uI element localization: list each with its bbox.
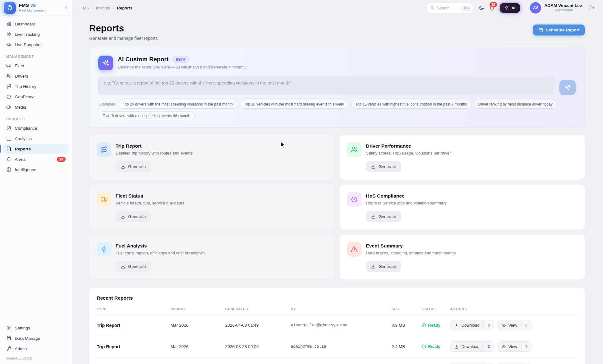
generate-button[interactable]: Generate	[366, 161, 401, 172]
view-button[interactable]: View7	[497, 341, 532, 352]
breadcrumb: FMS › Insights › Reports	[80, 6, 132, 10]
search-input[interactable]	[437, 6, 459, 10]
sidebar-item-drivers[interactable]: Drivers	[3, 71, 69, 81]
moon-icon	[479, 5, 484, 11]
example-chip[interactable]: Top 20 drivers with the most speeding vi…	[118, 100, 237, 109]
generate-button[interactable]: Generate	[116, 261, 151, 272]
page-title: Reports	[89, 23, 158, 34]
user-menu[interactable]: AV ADAM Vincent Lee Superadmin	[530, 2, 582, 14]
check-circle-icon	[421, 323, 426, 328]
ai-card-title: AI Custom Report	[118, 56, 169, 63]
generate-label: Generate	[128, 214, 146, 219]
column-header-size: SIZE	[392, 307, 421, 311]
generate-button[interactable]: Generate	[366, 211, 401, 222]
avatar: AV	[530, 2, 541, 14]
sidebar-item-fleet[interactable]: Fleet	[3, 61, 69, 71]
sparkles-icon	[504, 6, 509, 10]
map-pin-icon	[6, 32, 11, 37]
sidebar-item-analytics[interactable]: Analytics	[3, 133, 69, 144]
view-count: 7	[521, 342, 531, 351]
alerts-count-badge: 28	[57, 157, 66, 162]
ai-assistant-button[interactable]: AI	[500, 3, 520, 13]
sidebar-item-settings[interactable]: Settings	[3, 323, 69, 333]
sidebar-item-admin[interactable]: Admin	[3, 344, 69, 354]
report-card-description: Vehicle health, fuel, service due dates	[116, 201, 184, 205]
brand-tagline: Fleet Management	[19, 9, 46, 13]
table-row: Trip Report Mar 2026 2026-03-28 09:00 ad…	[97, 336, 577, 357]
download-icon	[121, 264, 125, 269]
sidebar-item-compliance[interactable]: Compliance	[3, 123, 69, 133]
logout-button[interactable]	[589, 5, 595, 11]
generate-label: Generate	[378, 164, 396, 169]
report-card-description: Safety scores, HoS usage, violations per…	[366, 151, 451, 155]
eye-icon	[502, 323, 506, 328]
generate-button[interactable]: Generate	[116, 211, 151, 222]
download-icon	[121, 214, 125, 219]
view-button[interactable]: View0	[497, 320, 532, 330]
truck-icon	[6, 63, 11, 68]
ai-custom-report-card: AI Custom Report BETA Describe the repor…	[89, 47, 585, 128]
notifications-button[interactable]: 28	[489, 5, 495, 11]
report-card-trip-report: Trip Report Detailed trip history with r…	[89, 135, 334, 180]
generate-button[interactable]: Generate	[366, 261, 401, 272]
breadcrumb-section[interactable]: Insights	[96, 6, 110, 10]
sidebar-header: FMS v3 Fleet Management	[0, 0, 72, 16]
example-chip[interactable]: Top 10 vehicles with the most hard braki…	[240, 100, 349, 109]
bar-chart-icon	[6, 136, 11, 141]
download-button[interactable]: Download3	[450, 341, 494, 352]
example-chip[interactable]: Top 15 vehicles with highest fuel consum…	[351, 100, 471, 109]
status-badge: Ready	[421, 344, 450, 349]
sidebar-item-media[interactable]: Media	[3, 102, 69, 112]
ai-send-button[interactable]	[559, 80, 576, 95]
status-badge: Ready	[421, 323, 450, 328]
recent-reports-card: Recent Reports TYPE PERIOD GENERATED BY …	[89, 288, 585, 364]
ai-prompt-input[interactable]	[98, 76, 554, 95]
bell-icon	[6, 157, 11, 162]
example-chip[interactable]: Driver ranking by most distance driven t…	[474, 100, 557, 109]
sidebar-item-geofence[interactable]: GeoFence	[3, 92, 69, 102]
sidebar-item-data-manage[interactable]: Data Manage	[3, 333, 69, 343]
file-text-icon	[6, 146, 11, 151]
breadcrumb-root[interactable]: FMS	[80, 6, 89, 10]
table-header: TYPE PERIOD GENERATED BY SIZE STATUS ACT…	[97, 307, 577, 315]
check-circle-icon	[421, 344, 426, 349]
beta-badge: BETA	[172, 56, 189, 63]
alert-triangle-icon	[347, 242, 361, 257]
report-card-description: Fuel consumption, efficiency and cost br…	[116, 251, 205, 255]
sidebar-item-label: Fleet	[15, 63, 24, 68]
shield-check-icon	[6, 126, 11, 131]
pentagon-icon	[6, 94, 11, 99]
users-icon	[347, 142, 361, 157]
sidebar-item-intelligence[interactable]: Intelligence	[3, 165, 69, 175]
sidebar-item-label: Dashboard	[15, 22, 35, 26]
download-button[interactable]: Download0	[450, 320, 494, 330]
sidebar-item-alerts[interactable]: Alerts28	[3, 154, 69, 164]
sidebar-item-label: Admin	[15, 346, 27, 351]
generate-button[interactable]: Generate	[116, 161, 151, 172]
schedule-report-button[interactable]: Schedule Report	[533, 24, 585, 35]
report-size: 2.4 MB	[392, 344, 421, 349]
download-button[interactable]: Download1	[450, 363, 494, 364]
send-icon	[564, 84, 571, 91]
report-card-title: Event Summary	[366, 243, 456, 249]
sidebar-section-insights: INSIGHTS	[6, 117, 66, 121]
search-icon	[430, 6, 434, 10]
sidebar-item-live-snapshot[interactable]: Live Snapshot	[3, 40, 69, 50]
sidebar-item-reports[interactable]: Reports	[3, 144, 69, 154]
search-box[interactable]: ⌘K	[426, 3, 474, 13]
column-header-actions: ACTIONS	[450, 307, 577, 311]
example-chip[interactable]: Top 10 drivers with most speeding events…	[98, 111, 195, 120]
sidebar-item-trip-history[interactable]: Trip History	[3, 81, 69, 91]
notifications-count-badge: 28	[490, 2, 497, 7]
generate-label: Generate	[128, 164, 146, 169]
calendar-icon	[538, 28, 543, 32]
breadcrumb-current: Reports	[117, 6, 132, 10]
sidebar-item-dashboard[interactable]: Dashboard	[3, 19, 69, 29]
view-button[interactable]: View4	[497, 363, 532, 364]
clock-icon	[347, 192, 361, 207]
sidebar-nav: Dashboard Live Tracking Live Snapshot MA…	[0, 16, 72, 175]
sidebar-collapse-button[interactable]	[64, 6, 68, 10]
dark-mode-toggle[interactable]	[479, 5, 484, 11]
search-shortcut-badge: ⌘K	[461, 5, 471, 11]
sidebar-item-live-tracking[interactable]: Live Tracking	[3, 29, 69, 39]
